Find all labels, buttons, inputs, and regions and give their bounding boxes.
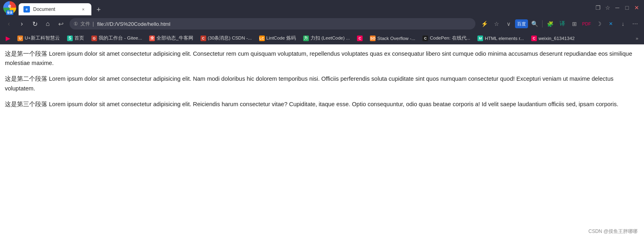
restore-button[interactable]: ❐ xyxy=(594,4,602,12)
title-bar: e 登录 e Document × + ❐ ☆ ─ □ ✕ xyxy=(0,0,644,15)
chevron-down-icon[interactable]: ∨ xyxy=(503,18,514,29)
bookmark-gitee[interactable]: G 我的工作台 - Gitee... xyxy=(88,34,145,43)
login-text[interactable]: 登录 xyxy=(6,10,13,14)
more-button[interactable]: ⋯ xyxy=(629,18,641,29)
extensions-button[interactable]: 🧩 xyxy=(545,18,556,29)
favorite-button[interactable]: ☆ xyxy=(604,4,612,12)
new-tab-button[interactable]: + xyxy=(93,4,104,15)
bookmark-codepen-label: CodePen: 在线代... xyxy=(430,35,470,41)
paragraph-3: 这是第三个段落 Lorem ipsum dolor sit amet conse… xyxy=(5,100,639,109)
paragraph-1: 这是第一个段落 Lorem ipsum dolor sit amet conse… xyxy=(5,49,639,68)
thunder-button[interactable]: ⚡ xyxy=(479,18,490,29)
nav-right: ⚡ ☆ ∨ 百度 🔍 🧩 译 ⊞ PDF ☽ ✕ ↓ ⋯ xyxy=(479,18,641,29)
baidu-button[interactable]: 百度 xyxy=(515,19,528,28)
apps-button[interactable]: ⊞ xyxy=(569,18,580,29)
bookmark-c-icon-favicon: C xyxy=(357,36,363,41)
bookmark-stackoverflow[interactable]: SO Stack Overflow -... xyxy=(367,34,418,43)
bookmark-csdn-icon: C xyxy=(201,36,206,41)
search-button[interactable]: 🔍 xyxy=(529,18,540,29)
bookmark-home[interactable]: S 首页 xyxy=(64,34,87,43)
bookmark-uplus-icon: U xyxy=(17,36,23,41)
browser-logo: e 登录 xyxy=(3,1,16,14)
bookmark-weixin[interactable]: C weixin_61341342 xyxy=(528,34,578,43)
bookmark-mdn-icon: M xyxy=(477,36,483,41)
maximize-button[interactable]: □ xyxy=(623,4,631,12)
bookmark-c-icon[interactable]: C xyxy=(354,34,366,43)
bookmark-nowcoder-icon: 全 xyxy=(149,36,155,41)
reload-button[interactable]: ↻ xyxy=(29,18,40,29)
close-button[interactable]: ✕ xyxy=(633,4,641,12)
bar-separator: | xyxy=(93,21,94,27)
bookmark-nowcoder[interactable]: 全 全部动态_牛客网 xyxy=(146,34,196,43)
bookmark-nowcoder-label: 全部动态_牛客网 xyxy=(156,35,193,41)
browser-window: e 登录 e Document × + ❐ ☆ ─ □ ✕ ‹ › ↻ ⌂ ↩ xyxy=(0,0,644,239)
bookmark-codepen-icon: C xyxy=(422,36,428,41)
bookmark-leetcode-label: 力扣 (LeetCode) ... xyxy=(310,35,350,41)
file-label: 文件 xyxy=(80,21,90,27)
bookmark-csdn[interactable]: C (30条消息) CSDN -... xyxy=(197,34,255,43)
nav-separator xyxy=(542,20,543,27)
bookmark-mdn[interactable]: M HTML elements r... xyxy=(474,34,527,43)
bookmark-stackoverflow-icon: SO xyxy=(370,36,376,41)
bookmark-mdn-label: HTML elements r... xyxy=(485,36,524,41)
address-bar[interactable]: ① 文件 | file:///D:/VS%20Code/hello.html xyxy=(70,18,475,29)
window-controls: ❐ ☆ ─ □ ✕ xyxy=(594,4,641,12)
content-area: 这是第一个段落 Lorem ipsum dolor sit amet conse… xyxy=(0,44,644,239)
bookmark-leetcode[interactable]: 力 力扣 (LeetCode) ... xyxy=(300,34,353,43)
tabs-bar: e Document × + xyxy=(19,0,591,15)
bookmark-csdn-label: (30条消息) CSDN -... xyxy=(208,35,252,41)
bookmark-codepen[interactable]: C CodePen: 在线代... xyxy=(419,34,473,43)
tab-favicon: e xyxy=(23,6,30,13)
forward-button[interactable]: › xyxy=(16,18,27,29)
bookmark-home-icon: S xyxy=(67,36,73,41)
watermark: CSDN @摸鱼王胖哪哪 xyxy=(588,228,638,235)
bookmark-leetcode-icon: 力 xyxy=(303,36,309,41)
bookmarks-bar: ▶ U U+新工科智慧云 S 首页 G 我的工作台 - Gitee... 全 全… xyxy=(0,32,644,44)
download-button[interactable]: ↓ xyxy=(617,18,629,29)
bookmark-arrow-icon: ▶ xyxy=(6,35,10,42)
bookmark-lintcode-icon: LC xyxy=(259,36,265,41)
star-button[interactable]: ☆ xyxy=(491,18,502,29)
active-tab[interactable]: e Document × xyxy=(19,3,91,15)
prev-button[interactable]: ↩ xyxy=(55,18,66,29)
x-button[interactable]: ✕ xyxy=(605,18,617,29)
translate-button[interactable]: 译 xyxy=(557,18,568,29)
tab-close-button[interactable]: × xyxy=(80,6,87,13)
bookmark-uplus-label: U+新工科智慧云 xyxy=(25,35,60,41)
address-text: file:///D:/VS%20Code/hello.html xyxy=(97,21,471,27)
bookmark-lintcode[interactable]: LC LintCode 炼码 xyxy=(256,34,299,43)
lock-icon: ① xyxy=(74,21,78,27)
bookmark-arrow[interactable]: ▶ xyxy=(2,34,13,43)
nav-bar: ‹ › ↻ ⌂ ↩ ① 文件 | file:///D:/VS%20Code/he… xyxy=(0,15,644,32)
bookmark-stackoverflow-label: Stack Overflow -... xyxy=(377,36,415,41)
pdf-button[interactable]: PDF xyxy=(581,18,592,29)
home-button[interactable]: ⌂ xyxy=(42,18,53,29)
back-button[interactable]: ‹ xyxy=(3,18,15,29)
bookmark-gitee-icon: G xyxy=(91,36,97,41)
bookmark-lintcode-label: LintCode 炼码 xyxy=(266,35,296,41)
bookmark-home-label: 首页 xyxy=(74,35,84,41)
bookmark-gitee-label: 我的工作台 - Gitee... xyxy=(99,35,142,41)
bookmark-weixin-label: weixin_61341342 xyxy=(538,36,575,41)
paragraph-2: 这是第二个段落 Lorem ipsum dolor sit amet conse… xyxy=(5,74,639,93)
bookmark-more-icon: » xyxy=(636,36,638,41)
bookmark-weixin-icon: C xyxy=(531,36,537,41)
bookmark-uplus[interactable]: U U+新工科智慧云 xyxy=(14,34,63,43)
minimize-button[interactable]: ─ xyxy=(613,4,621,12)
bookmark-more[interactable]: » xyxy=(633,34,642,43)
moon-button[interactable]: ☽ xyxy=(593,18,604,29)
tab-title: Document xyxy=(33,6,77,12)
